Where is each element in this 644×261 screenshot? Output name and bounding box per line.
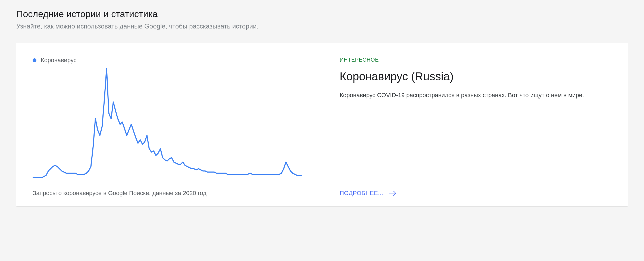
card-chart-area: Коронавирус Запросы о коронавирусе в Goo… [33,57,302,197]
chart-caption: Запросы о коронавирусе в Google Поиске, … [33,190,302,197]
card-text-area: ИНТЕРЕСНОЕ Коронавирус (Russia) Коронави… [302,57,611,197]
more-link[interactable]: ПОДРОБНЕЕ... [340,190,383,197]
trend-chart [33,66,302,183]
story-eyebrow: ИНТЕРЕСНОЕ [340,57,611,63]
story-description: Коронавирус COVID-19 распространился в р… [340,91,606,100]
story-card: Коронавирус Запросы о коронавирусе в Goo… [16,43,628,206]
legend-dot-icon [33,58,36,62]
section-title: Последние истории и статистика [16,9,628,19]
section-subtitle: Узнайте, как можно использовать данные G… [16,23,628,30]
legend-label: Коронавирус [41,57,77,64]
story-title: Коронавирус (Russia) [340,70,611,83]
arrow-right-icon[interactable] [389,190,397,196]
chart-legend: Коронавирус [33,57,302,64]
